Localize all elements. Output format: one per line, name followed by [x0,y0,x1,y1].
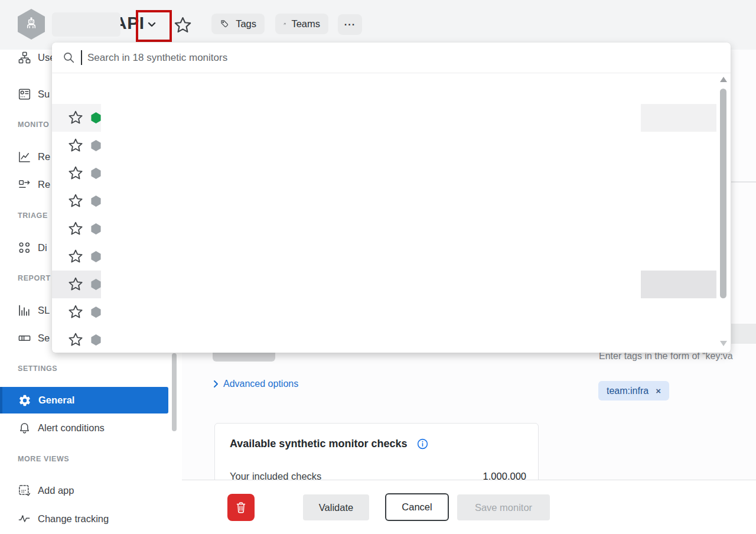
star-outline-icon [174,16,192,34]
sidebar-item-label: Alert conditions [38,422,105,434]
monitor-list-item[interactable] [52,215,731,243]
sidebar-item-label: Change tracking [38,513,109,525]
sidebar-item-label: Add app [38,485,74,496]
scroll-up-arrow-icon[interactable] [720,77,727,82]
tag-chip: team:infra × [598,381,669,400]
monitor-status-icon [90,167,102,180]
monitor-list-item[interactable] [52,132,731,159]
favorite-star-icon[interactable] [68,249,83,264]
trash-icon [234,500,248,515]
sidebar-item-label: Di [38,242,47,253]
advanced-options-link[interactable]: Advanced options [213,379,298,389]
monitor-list-item[interactable] [52,159,731,187]
monitor-search-dropdown: Search in 18 synthetic monitors [52,43,731,353]
monitor-list-item[interactable] [52,298,731,326]
chevron-right-icon [213,380,219,388]
save-monitor-button[interactable]: Save monitor [457,494,550,520]
sidebar-item-summary[interactable]: Su [18,86,50,102]
favorite-star-icon[interactable] [68,221,83,236]
checks-card-title: Available synthetic monitor checks [230,438,407,450]
favorite-star-icon[interactable] [68,138,83,153]
tag-chip-label: team:infra [607,386,649,396]
monitor-status-icon [90,195,102,207]
sidebar-item-alert-conditions[interactable]: Alert conditions [18,419,105,436]
sidebar-item-diagnostics[interactable]: Di [18,239,47,256]
row-highlight-right [641,159,716,187]
row-highlight-right [641,132,716,159]
dropdown-scrollbar-thumb[interactable] [720,89,726,298]
gear-icon [18,394,31,407]
cancel-button[interactable]: Cancel [385,493,449,521]
change-tracking-icon [18,512,31,526]
workloads-icon [18,51,31,64]
teams-button[interactable]: Teams [275,14,328,34]
favorite-star-icon[interactable] [68,276,83,292]
box-arrow-icon [18,178,31,191]
tags-button-label: Tags [236,18,256,30]
robot-icon [24,17,39,32]
title-redaction-box [52,12,120,37]
sidebar-item-change-tracking[interactable]: Change tracking [18,510,109,527]
row-highlight-right [641,243,716,271]
monitor-status-icon [90,112,102,124]
validate-button[interactable]: Validate [303,494,369,520]
monitor-list-item[interactable] [52,326,731,353]
card-strip-icon [18,331,31,345]
sidebar-section-triage: TRIAGE [18,211,48,220]
sidebar-item-label: SL [38,305,50,316]
sidebar-item-use[interactable]: Use [18,49,55,66]
row-highlight-right [641,298,716,326]
more-actions-button[interactable]: ··· [338,14,362,35]
favorite-star-icon[interactable] [68,304,83,320]
search-icon [62,51,76,64]
tags-button[interactable]: Tags [211,14,265,34]
scroll-down-arrow-icon[interactable] [720,341,727,346]
monitor-status-icon [90,139,102,152]
sidebar-item-service[interactable]: Se [18,330,50,346]
sidebar-section-more-views: MORE VIEWS [18,455,69,463]
sidebar-item-add-app[interactable]: Add app [18,482,74,499]
monitor-status-icon [90,250,102,263]
sidebar-item-label: Re [38,179,50,190]
teams-people-icon [284,17,286,31]
advanced-options-label: Advanced options [223,379,298,389]
tags-input-fragment[interactable] [731,324,756,344]
delete-monitor-button[interactable] [227,494,255,521]
monitor-search-input[interactable]: Search in 18 synthetic monitors [52,43,731,73]
sidebar-item-label: Su [38,89,50,100]
favorite-star-icon[interactable] [68,193,83,209]
monitor-list-item[interactable] [52,271,731,298]
monitor-status-icon [90,278,102,291]
monitor-status-icon [90,223,102,235]
row-highlight-right [641,271,716,298]
sidebar-section-monitor: MONITO [18,121,49,129]
row-highlight-right [641,104,716,132]
favorite-star-button[interactable] [172,15,193,35]
info-icon[interactable] [416,438,429,450]
sidebar-section-settings: SETTINGS [18,364,57,373]
line-chart-icon [18,150,31,164]
annotation-highlight-box [136,10,172,42]
sidebar-item-general-active[interactable]: General [0,387,168,413]
sidebar-item-resources[interactable]: Re [18,176,50,193]
monitor-list-item[interactable] [52,104,731,132]
sidebar-section-report: REPORT [18,274,51,282]
text-caret [81,50,82,65]
favorite-star-icon[interactable] [68,110,83,125]
summary-icon [18,87,31,101]
four-dots-icon [18,241,31,255]
row-highlight-right [641,326,716,353]
search-placeholder: Search in 18 synthetic monitors [87,52,227,64]
sidebar-item-sla[interactable]: SL [18,302,50,318]
favorite-star-icon[interactable] [68,332,83,347]
sidebar-item-results[interactable]: Re [18,148,50,165]
monitor-list-item[interactable] [52,243,731,271]
sidebar-scrollbar-thumb[interactable] [172,353,177,431]
teams-button-label: Teams [291,18,320,30]
monitor-list-item[interactable] [52,187,731,215]
favorite-star-icon[interactable] [68,165,83,181]
tag-chip-remove-icon[interactable]: × [656,386,661,396]
sidebar-item-label: Re [38,151,50,162]
ellipsis-icon: ··· [344,19,356,30]
tag-icon [220,18,230,31]
